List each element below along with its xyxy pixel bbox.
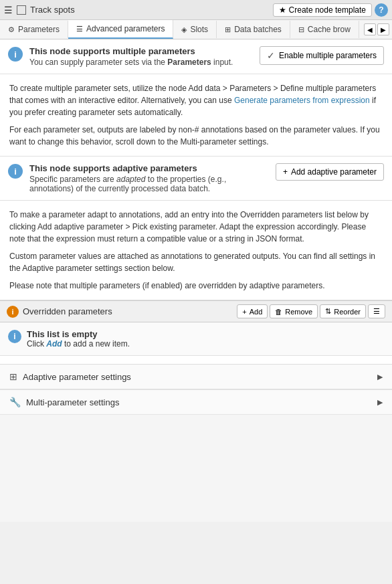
reorder-icon: ⇅ [325,307,331,316]
tab-cache-brow[interactable]: ⊟ Cache brow [290,21,359,38]
adaptive-params-title: This node supports adaptive parameters [29,163,269,173]
add-adaptive-parameter-button[interactable]: + Add adaptive parameter [276,163,384,181]
multi-parameter-icon: 🔧 [9,397,21,407]
add-adaptive-label: Add adaptive parameter [291,167,377,177]
advanced-parameters-tab-icon: ☰ [76,25,83,33]
adaptive-para3: Please note that multiple parameters (if… [9,280,383,292]
adaptive-params-info-box: i This node supports adaptive parameters… [0,157,392,201]
tab-scroll-left-button[interactable]: ◀ [364,23,376,35]
empty-list-title: This list is empty [27,329,130,339]
tab-overflow: ◀ ▶ [364,23,392,35]
multiple-params-desc-start: You can supply parameter sets via the [29,58,165,67]
multiple-params-info-box: i This node supports multiple parameters… [0,39,392,74]
multiple-params-body-text: To create multiple parameter sets, utili… [0,74,392,157]
add-btn-label: Add [250,308,263,316]
adaptive-desc-italic: adapted [116,175,145,184]
create-template-button[interactable]: ★ Create node template [273,3,372,17]
adaptive-params-info-icon: i [8,164,23,179]
remove-btn-label: Remove [285,308,312,316]
multiple-params-title: This node supports multiple parameters [29,46,253,56]
empty-list-icon: i [8,330,21,343]
app-title: Track spots [30,5,75,15]
overridden-params-icon: i [7,306,19,318]
enable-multiple-params-label: Enable multiple parameters [279,51,377,60]
cache-brow-tab-icon: ⊟ [298,25,304,34]
adaptive-params-desc: Specific parameters are adapted to the p… [29,175,269,193]
adaptive-settings-label: Adaptive parameter settings [23,372,372,382]
multiple-params-para1: To create multiple parameter sets, utili… [9,82,383,118]
tab-data-batches[interactable]: ⊞ Data batches [217,21,290,38]
adaptive-settings-icon: ⊞ [9,371,17,382]
menu-icon: ☰ [373,307,380,316]
tab-scroll-right-button[interactable]: ▶ [377,23,389,35]
multiple-params-para2: For each parameter set, outputs are labe… [9,124,383,148]
adaptive-para1: To make a parameter adapt to annotations… [9,209,383,245]
checkmark-icon: ✓ [267,50,275,61]
overridden-remove-button[interactable]: 🗑 Remove [270,304,318,318]
empty-list-desc-end: to add a new item. [64,339,130,349]
reorder-btn-label: Reorder [334,308,361,316]
multi-parameter-section: 🔧 Multi-parameter settings ▶ [0,389,392,415]
overridden-params-actions: + Add 🗑 Remove ⇅ Reorder ☰ [237,304,385,318]
slots-tab-icon: ◈ [181,25,187,34]
tab-bar: ⚙ Parameters ☰ Advanced parameters ◈ Slo… [0,20,392,39]
add-icon: + [242,308,246,316]
main-content: i This node supports multiple parameters… [0,39,392,522]
title-bar-left: ☰ Track spots [4,5,75,15]
title-bar-right: ★ Create node template ? [273,3,388,17]
trash-icon: 🗑 [275,308,282,316]
overridden-add-button[interactable]: + Add [237,304,268,318]
multiple-params-desc-bold: Parameters [167,58,211,67]
empty-list-desc-start: Click [27,339,44,349]
adaptive-settings-chevron-icon: ▶ [377,373,383,381]
empty-list-add-link[interactable]: Add [46,339,62,349]
adaptive-settings-section: ⊞ Adaptive parameter settings ▶ [0,364,392,389]
adaptive-settings-header[interactable]: ⊞ Adaptive parameter settings ▶ [0,365,392,389]
spacer-1 [0,356,392,364]
multi-parameter-header[interactable]: 🔧 Multi-parameter settings ▶ [0,390,392,415]
adaptive-desc-start: Specific parameters are [29,175,114,184]
bottom-area [0,415,392,522]
multi-parameter-label: Multi-parameter settings [26,397,372,407]
window-icon [17,5,26,15]
title-bar: ☰ Track spots ★ Create node template ? [0,0,392,20]
cache-brow-tab-label: Cache brow [308,25,351,34]
empty-list-text: This list is empty Click Add to add a ne… [27,329,130,349]
overridden-menu-button[interactable]: ☰ [368,304,385,318]
parameters-tab-icon: ⚙ [8,25,15,34]
adaptive-para2: Custom parameter values are attached as … [9,250,383,274]
generate-params-link[interactable]: Generate parameters from expression [234,96,370,105]
slots-tab-label: Slots [190,25,208,34]
multi-parameter-chevron-icon: ▶ [377,398,383,407]
overridden-params-title: Overridden parameters [23,306,233,316]
tab-slots[interactable]: ◈ Slots [173,21,217,38]
overridden-params-header: i Overridden parameters + Add 🗑 Remove ⇅… [0,300,392,322]
star-icon: ★ [279,5,286,15]
hamburger-menu-icon[interactable]: ☰ [4,5,13,15]
data-batches-tab-icon: ⊞ [225,25,231,34]
multiple-params-info-text: This node supports multiple parameters Y… [29,46,253,67]
help-button[interactable]: ? [375,3,388,17]
multiple-params-desc: You can supply parameter sets via the Pa… [29,58,253,67]
overridden-reorder-button[interactable]: ⇅ Reorder [320,304,366,318]
parameters-tab-label: Parameters [18,25,60,34]
plus-icon: + [283,167,288,177]
tab-parameters[interactable]: ⚙ Parameters [0,21,68,38]
create-template-label: Create node template [289,5,366,15]
empty-list-desc: Click Add to add a new item. [27,339,130,349]
data-batches-tab-label: Data batches [234,25,282,34]
advanced-parameters-tab-label: Advanced parameters [86,24,165,33]
enable-multiple-params-button[interactable]: ✓ Enable multiple parameters [260,46,384,65]
adaptive-params-body-text: To make a parameter adapt to annotations… [0,201,392,300]
empty-list-section: i This list is empty Click Add to add a … [0,322,392,356]
tab-advanced-parameters[interactable]: ☰ Advanced parameters [68,20,173,39]
multiple-params-info-icon: i [8,47,23,62]
adaptive-params-info-text: This node supports adaptive parameters S… [29,163,269,193]
multiple-params-desc-end: input. [213,58,233,67]
